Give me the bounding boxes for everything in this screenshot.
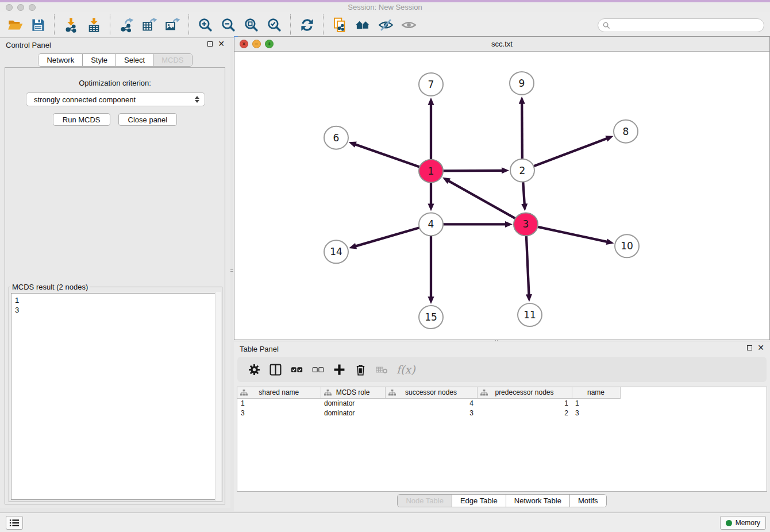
tab-network-table[interactable]: Network Table — [506, 495, 570, 507]
table-header-row: shared nameMCDS rolesuccessor nodesprede… — [237, 387, 767, 398]
graph-edge-arrowhead — [502, 167, 509, 174]
task-history-button[interactable] — [6, 516, 23, 530]
graph-node-1[interactable]: 1 — [419, 160, 443, 183]
zoom-in-icon[interactable] — [194, 14, 217, 35]
graph-edge-1-2[interactable] — [442, 171, 503, 171]
graph-node-label: 4 — [428, 218, 434, 230]
graph-node-8[interactable]: 8 — [614, 120, 638, 143]
table-cell[interactable]: 3 — [237, 408, 321, 418]
float-table-panel-icon[interactable] — [747, 345, 752, 350]
import-table-icon[interactable] — [82, 14, 105, 35]
table-cell[interactable]: 3 — [385, 408, 477, 418]
graph-edge-3-10[interactable] — [537, 226, 609, 242]
tab-select[interactable]: Select — [116, 54, 153, 66]
node-table-grid: shared nameMCDS rolesuccessor nodesprede… — [237, 387, 767, 418]
table-toolbar: f(x) — [237, 357, 767, 382]
search-input[interactable] — [613, 20, 764, 31]
graph-node-11[interactable]: 11 — [518, 303, 542, 326]
export-network-icon[interactable] — [115, 14, 138, 35]
table-cell[interactable]: 3 — [572, 408, 620, 418]
float-panel-icon[interactable] — [207, 41, 213, 47]
column-header-predecessor-nodes[interactable]: predecessor nodes — [477, 387, 572, 398]
graph-node-4[interactable]: 4 — [419, 213, 443, 236]
tab-style[interactable]: Style — [83, 54, 116, 66]
split-columns-icon[interactable] — [267, 361, 284, 378]
refresh-view-icon[interactable] — [295, 14, 318, 35]
graph-node-10[interactable]: 10 — [615, 234, 639, 257]
table-cell[interactable]: 1 — [572, 398, 620, 408]
zoom-selected-icon[interactable] — [263, 14, 286, 35]
graph-node-label: 6 — [333, 132, 340, 144]
table-row[interactable]: 3dominator323 — [237, 408, 767, 418]
column-header-successor-nodes[interactable]: successor nodes — [385, 387, 477, 398]
close-table-panel-icon[interactable]: ✕ — [757, 344, 764, 351]
column-header-name[interactable]: name — [572, 387, 620, 398]
table-cell[interactable]: 1 — [237, 398, 321, 408]
vertical-splitter-handle[interactable] — [230, 265, 233, 276]
table-cell[interactable]: 4 — [385, 398, 477, 408]
save-session-icon[interactable] — [26, 14, 49, 35]
graph-node-14[interactable]: 14 — [324, 240, 348, 263]
graph-edge-2-3[interactable] — [523, 182, 525, 206]
tab-network[interactable]: Network — [38, 54, 83, 66]
graph-node-label: 11 — [523, 309, 536, 321]
column-header-shared-name[interactable]: shared name — [237, 387, 321, 398]
tab-motifs[interactable]: Motifs — [570, 495, 606, 507]
graph-edge-1-6[interactable] — [354, 144, 421, 168]
graph-edge-3-1[interactable] — [448, 180, 517, 219]
table-cell[interactable]: dominator — [321, 398, 385, 408]
table-cell[interactable]: 2 — [477, 408, 572, 418]
graph-edge-3-11[interactable] — [526, 235, 529, 296]
add-column-icon[interactable] — [330, 361, 348, 378]
graph-edge-arrowhead — [349, 141, 357, 147]
graph-node-7[interactable]: 7 — [419, 73, 443, 96]
tab-node-table[interactable]: Node Table — [398, 495, 452, 507]
show-all-icon[interactable] — [397, 14, 420, 35]
graph-node-15[interactable]: 15 — [419, 306, 443, 329]
graph-edge-4-14[interactable] — [355, 228, 421, 246]
network-graph: 7968124314101511 — [234, 52, 769, 340]
tab-mcds[interactable]: MCDS — [153, 54, 191, 66]
select-all-rows-icon[interactable] — [288, 361, 305, 378]
hide-selected-icon[interactable] — [374, 14, 397, 35]
delete-column-icon[interactable] — [352, 361, 369, 378]
mcds-panel: Optimization criterion: strongly connect… — [5, 67, 225, 504]
graph-edge-2-8[interactable] — [533, 138, 608, 167]
close-panel-icon[interactable]: ✕ — [218, 40, 225, 47]
run-mcds-button[interactable]: Run MCDS — [53, 113, 110, 126]
network-canvas[interactable]: 7968124314101511 — [234, 52, 769, 340]
graph-edge-arrowhead — [605, 136, 613, 141]
table-cell[interactable]: dominator — [321, 408, 385, 418]
table-settings-icon[interactable] — [245, 361, 263, 378]
graph-node-9[interactable]: 9 — [510, 72, 534, 95]
export-table-icon[interactable] — [138, 14, 161, 35]
column-header-MCDS-role[interactable]: MCDS role — [321, 387, 385, 398]
network-window-titlebar: × − + scc.txt — [234, 37, 769, 52]
table-cell[interactable]: 1 — [477, 398, 572, 408]
graph-node-label: 15 — [425, 311, 437, 323]
duplicate-network-icon[interactable] — [328, 14, 351, 35]
mcds-result-text[interactable]: 13 — [11, 293, 220, 500]
graph-node-3[interactable]: 3 — [514, 213, 538, 236]
criterion-dropdown[interactable]: strongly connected component — [26, 92, 205, 106]
graph-edge-arrowhead — [428, 203, 434, 211]
memory-button[interactable]: Memory — [720, 516, 766, 530]
graph-node-2[interactable]: 2 — [510, 159, 534, 182]
deselect-all-rows-icon[interactable] — [309, 361, 326, 378]
zoom-out-icon[interactable] — [217, 14, 240, 35]
control-panel-title: Control Panel — [6, 41, 51, 49]
graph-edge-2-9[interactable] — [522, 102, 522, 160]
table-row[interactable]: 1dominator411 — [237, 398, 767, 408]
close-panel-button[interactable]: Close panel — [118, 113, 178, 126]
open-session-icon[interactable] — [3, 14, 26, 35]
graph-node-label: 8 — [623, 126, 629, 137]
search-box[interactable] — [598, 18, 764, 32]
result-scrollbar[interactable] — [215, 292, 221, 501]
export-image-icon[interactable] — [161, 14, 184, 35]
toolbar-separator — [54, 14, 55, 35]
graph-node-6[interactable]: 6 — [324, 126, 348, 149]
first-neighbors-icon[interactable] — [351, 14, 374, 35]
tab-edge-table[interactable]: Edge Table — [452, 495, 506, 507]
import-network-icon[interactable] — [59, 14, 82, 35]
zoom-fit-icon[interactable] — [240, 14, 263, 35]
